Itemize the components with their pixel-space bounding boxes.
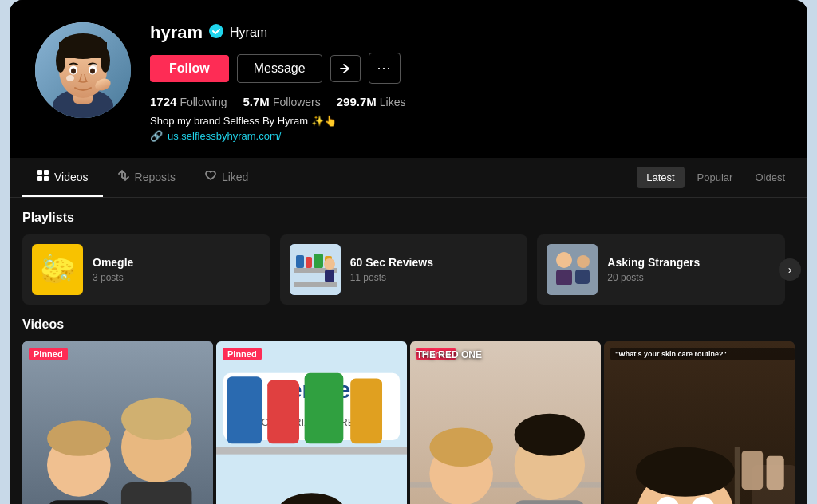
- playlist-item-strangers[interactable]: Asking Strangers 20 posts: [537, 234, 785, 305]
- svg-rect-16: [37, 170, 42, 175]
- svg-rect-19: [44, 176, 49, 181]
- strangers-name: Asking Strangers: [607, 256, 700, 269]
- more-button[interactable]: ···: [369, 53, 401, 84]
- likes-label: Likes: [380, 96, 406, 108]
- svg-rect-50: [305, 373, 344, 444]
- video-card-4[interactable]: "What's your skin care routine?": [604, 341, 795, 504]
- strangers-thumb: [547, 244, 598, 295]
- svg-rect-18: [37, 176, 42, 181]
- main-container: hyram Hyram Follow Message ···: [10, 0, 807, 504]
- bio: Shop my brand Selfless By Hyram ✨👆: [150, 115, 782, 127]
- svg-point-32: [577, 255, 590, 268]
- stats-row: 1724 Following 5.7M Followers 299.7M Lik…: [150, 95, 782, 108]
- svg-rect-22: [294, 282, 337, 287]
- svg-point-64: [429, 427, 493, 467]
- link-icon: 🔗: [150, 130, 163, 142]
- tabs-section: Videos Reposts Liked: [10, 158, 807, 198]
- svg-point-27: [324, 258, 335, 270]
- followers-label: Followers: [273, 96, 321, 108]
- pinned-badge-2: Pinned: [223, 348, 262, 360]
- follow-button[interactable]: Follow: [150, 55, 229, 82]
- svg-rect-24: [306, 257, 312, 268]
- videos-title: Videos: [22, 317, 795, 332]
- share-button[interactable]: [330, 55, 361, 82]
- following-value: 1724: [150, 95, 176, 108]
- omegle-thumb: 🧽: [32, 244, 83, 295]
- tab-videos[interactable]: Videos: [22, 158, 103, 197]
- followers-stat: 5.7M Followers: [243, 95, 321, 108]
- svg-rect-17: [44, 170, 49, 175]
- video-card-1[interactable]: Pinned: [22, 341, 213, 504]
- reviews-thumb: [290, 244, 341, 295]
- avatar: [35, 22, 131, 118]
- followers-value: 5.7M: [243, 95, 270, 108]
- sort-popular-button[interactable]: Popular: [688, 167, 743, 188]
- videos-icon: [37, 169, 49, 184]
- svg-point-11: [90, 69, 95, 74]
- tab-reposts[interactable]: Reposts: [103, 158, 190, 197]
- svg-point-7: [101, 49, 110, 73]
- playlist-item-omegle[interactable]: 🧽 Omegle 3 posts: [22, 234, 270, 305]
- videos-section: Videos: [10, 305, 807, 504]
- message-button[interactable]: Message: [237, 54, 322, 83]
- playlists-title: Playlists: [22, 211, 795, 225]
- verified-icon: [209, 24, 223, 42]
- playlists-row: 🧽 Omegle 3 posts: [22, 234, 795, 305]
- following-label: Following: [180, 96, 227, 108]
- tab-liked-label: Liked: [222, 171, 248, 183]
- 60sec-name: 60 Sec Reviews: [350, 256, 433, 269]
- avatar-wrap: [35, 22, 131, 118]
- omegle-info: Omegle 3 posts: [93, 256, 133, 283]
- tab-reposts-label: Reposts: [135, 171, 176, 183]
- playlists-section: Playlists 🧽 Omegle 3 posts: [10, 198, 807, 305]
- svg-rect-5: [59, 42, 107, 58]
- svg-point-13: [91, 64, 97, 69]
- sort-oldest-button[interactable]: Oldest: [745, 167, 795, 188]
- tab-videos-label: Videos: [54, 171, 89, 183]
- 60sec-count: 11 posts: [350, 272, 433, 283]
- likes-value: 299.7M: [337, 95, 377, 108]
- svg-rect-61: [515, 500, 586, 504]
- profile-info: hyram Hyram Follow Message ···: [150, 22, 782, 142]
- svg-point-15: [209, 24, 223, 38]
- svg-point-10: [71, 69, 76, 74]
- tab-liked[interactable]: Liked: [190, 158, 262, 197]
- svg-rect-70: [767, 456, 784, 490]
- 60sec-info: 60 Sec Reviews 11 posts: [350, 256, 433, 283]
- svg-rect-25: [314, 254, 323, 268]
- reposts-icon: [117, 169, 130, 184]
- svg-point-39: [47, 421, 111, 456]
- strangers-count: 20 posts: [607, 272, 700, 283]
- more-icon: ···: [377, 60, 392, 77]
- svg-rect-51: [350, 378, 382, 443]
- svg-rect-33: [575, 270, 590, 284]
- playlist-item-60sec[interactable]: 60 Sec Reviews 11 posts: [280, 234, 528, 305]
- username: hyram: [150, 22, 203, 43]
- videos-grid: Pinned CeraVe MOISTURIZING CREAM: [22, 341, 795, 504]
- profile-link[interactable]: us.selflessbyhyram.com/: [168, 130, 281, 142]
- carousel-next-button[interactable]: ›: [779, 258, 801, 281]
- video-card-3[interactable]: Pinned THE RED ONE: [410, 341, 601, 504]
- svg-rect-42: [216, 447, 407, 455]
- svg-point-12: [66, 75, 74, 81]
- sort-latest-button[interactable]: Latest: [637, 167, 684, 188]
- pinned-badge-1: Pinned: [29, 348, 68, 360]
- svg-point-6: [56, 49, 65, 73]
- svg-point-73: [636, 447, 735, 497]
- tabs-right: Latest Popular Oldest: [637, 167, 795, 188]
- action-row: Follow Message ···: [150, 53, 782, 84]
- avatar-image: [35, 22, 131, 118]
- svg-rect-31: [556, 270, 572, 285]
- liked-icon: [204, 169, 217, 184]
- svg-rect-29: [547, 244, 598, 295]
- svg-rect-67: [735, 447, 740, 504]
- link-row: 🔗 us.selflessbyhyram.com/: [150, 130, 782, 142]
- tabs-left: Videos Reposts Liked: [22, 158, 262, 197]
- video-card-2[interactable]: CeraVe MOISTURIZING CREAM: [216, 341, 407, 504]
- omegle-name: Omegle: [93, 256, 133, 269]
- svg-point-30: [556, 252, 572, 268]
- svg-rect-36: [47, 500, 111, 504]
- svg-rect-69: [742, 451, 764, 490]
- svg-rect-28: [325, 270, 334, 282]
- video-overlay-4: "What's your skin care routine?": [610, 348, 795, 360]
